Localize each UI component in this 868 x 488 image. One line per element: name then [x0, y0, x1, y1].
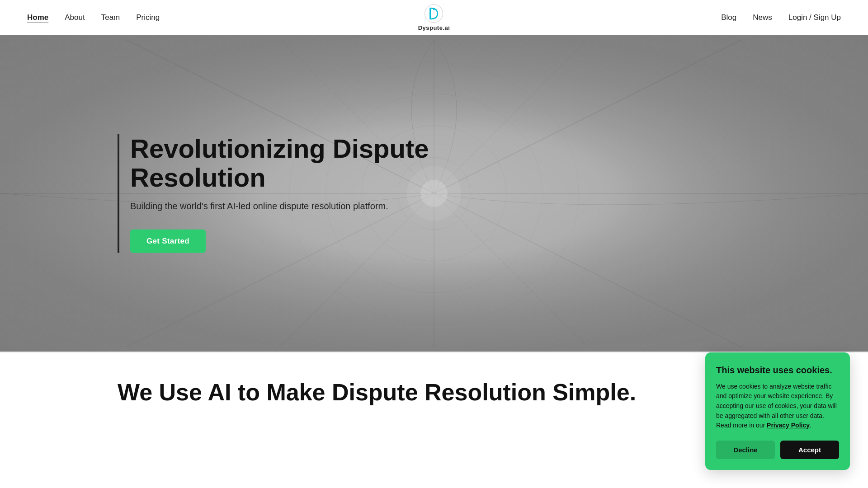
- svg-point-0: [425, 5, 443, 23]
- accept-button[interactable]: Accept: [780, 441, 839, 459]
- cookie-body: We use cookies to analyze website traffi…: [716, 382, 839, 431]
- nav-link-blog[interactable]: Blog: [721, 13, 736, 22]
- nav-link-home[interactable]: Home: [27, 13, 48, 22]
- nav-link-news[interactable]: News: [753, 13, 772, 22]
- hero-subtitle: Building the world's first AI-led online…: [130, 201, 434, 211]
- logo-icon: [424, 4, 444, 23]
- hero-title: Revolutionizing Dispute Resolution: [130, 134, 434, 192]
- cookie-title: This website uses cookies.: [716, 365, 839, 375]
- nav-link-login[interactable]: Login / Sign Up: [788, 13, 841, 22]
- logo-text: Dyspute.ai: [418, 24, 450, 31]
- get-started-button[interactable]: Get Started: [130, 229, 206, 253]
- svg-point-1: [433, 8, 435, 10]
- nav-logo[interactable]: Dyspute.ai: [418, 4, 450, 31]
- nav-right: BlogNewsLogin / Sign Up: [721, 13, 841, 22]
- nav-link-about[interactable]: About: [65, 13, 85, 22]
- nav-left: HomeAboutTeamPricing: [27, 13, 160, 22]
- cookie-buttons: Decline Accept: [716, 441, 839, 459]
- nav-link-pricing[interactable]: Pricing: [136, 13, 160, 22]
- navbar: HomeAboutTeamPricing Dyspute.ai BlogNews…: [0, 0, 868, 35]
- nav-link-team[interactable]: Team: [101, 13, 120, 22]
- privacy-policy-link[interactable]: Privacy Policy: [767, 422, 810, 429]
- hero-content: Revolutionizing Dispute Resolution Build…: [118, 134, 434, 253]
- below-hero-title: We Use AI to Make Dispute Resolution Sim…: [118, 380, 750, 405]
- decline-button[interactable]: Decline: [716, 441, 775, 459]
- hero-section: Revolutionizing Dispute Resolution Build…: [0, 35, 868, 352]
- cookie-banner: This website uses cookies. We use cookie…: [705, 352, 850, 470]
